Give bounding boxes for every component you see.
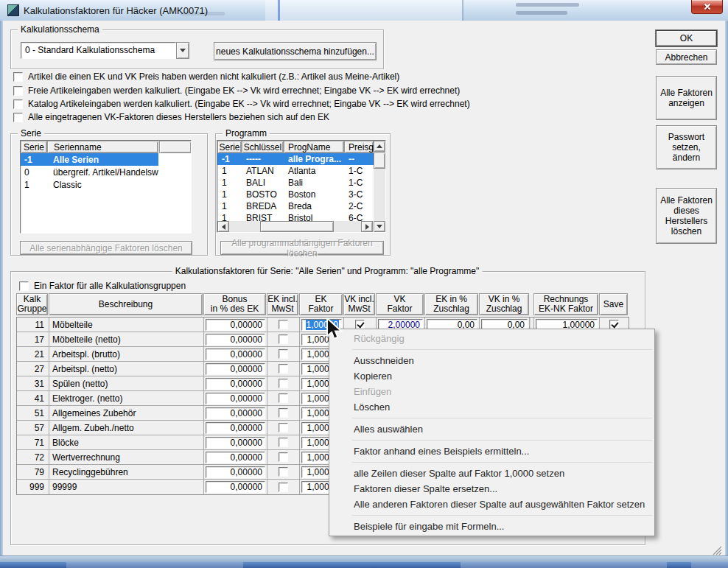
resize-grip[interactable] xyxy=(710,544,722,555)
checkbox[interactable] xyxy=(13,113,23,122)
factor-input[interactable]: 0,00000 xyxy=(206,466,265,478)
list-item[interactable]: 1BRISTBristol6-C xyxy=(217,212,385,221)
factor-input[interactable]: 0,00000 xyxy=(206,407,265,419)
factor-input[interactable]: 0,00000 xyxy=(206,422,265,434)
menu-item[interactable]: Faktoren dieser Spalte ersetzen... xyxy=(329,481,654,497)
checkbox[interactable] xyxy=(279,334,288,344)
factor-input[interactable]: 0,00000 xyxy=(206,437,265,449)
list-item[interactable]: 1ATLANAtlanta1-C xyxy=(217,165,385,177)
factors-column-header[interactable]: EK Faktor xyxy=(299,293,343,315)
factors-column-header[interactable]: EK in % Zuschlag xyxy=(424,293,478,315)
list-item[interactable]: -1Alle Serien xyxy=(21,153,158,166)
taskbar-item[interactable] xyxy=(66,562,243,568)
scroll-right-icon[interactable] xyxy=(361,221,373,232)
taskbar-item[interactable] xyxy=(461,562,667,568)
factor-input[interactable]: 0,00000 xyxy=(206,348,265,360)
factors-column-header[interactable]: Rechnungs EK-NK Faktor xyxy=(533,293,598,315)
add-schema-button[interactable]: neues Kalkulationsschema hinzufügen... xyxy=(214,42,377,60)
close-button[interactable] xyxy=(691,0,723,14)
delete-programm-factors-button[interactable]: Alle programmabhängigen Faktoren löschen xyxy=(220,241,384,255)
schema-combobox[interactable]: 0 - Standard Kalkulationsschema xyxy=(21,42,189,59)
delete-serie-factors-button[interactable]: Alle serienabhängige Faktoren löschen xyxy=(20,241,192,255)
checkbox[interactable] xyxy=(279,320,288,329)
scroll-left-icon[interactable] xyxy=(217,221,229,232)
factors-column-header[interactable]: EK incl. MwSt xyxy=(267,293,298,315)
checkbox[interactable] xyxy=(279,483,288,492)
programm-column-header[interactable]: ProgName xyxy=(284,141,344,153)
factor-input[interactable]: 0,00000 xyxy=(206,452,265,463)
programm-cell: BOSTO xyxy=(242,189,284,200)
factors-column-header[interactable]: Save xyxy=(599,293,628,315)
checkbox[interactable] xyxy=(279,452,288,462)
option-row[interactable]: Alle eingetragenen VK-Faktoren dieses He… xyxy=(13,112,329,122)
factors-column-header[interactable]: Kalk Gruppe xyxy=(16,293,48,315)
programm-column-header[interactable]: Preisg xyxy=(344,141,374,153)
checkbox[interactable] xyxy=(279,438,288,447)
list-item[interactable]: 1BALIBali1-C xyxy=(217,177,385,189)
factors-cell-ek_incl xyxy=(267,421,300,435)
factor-input[interactable]: 0,00000 xyxy=(206,481,265,493)
checkbox[interactable] xyxy=(279,364,288,374)
vertical-scrollbar[interactable] xyxy=(374,141,385,232)
factors-column-header[interactable]: VK in % Zuschlag xyxy=(479,293,529,315)
factors-column-header[interactable]: Beschreibung xyxy=(49,293,203,315)
programm-column-header[interactable]: Schlüssel xyxy=(242,141,284,153)
list-item[interactable]: -1-----alle Progra...-- xyxy=(217,153,385,165)
factors-column-header[interactable]: VK Faktor xyxy=(376,293,424,315)
factors-column-header[interactable]: Bonus in % des EK xyxy=(203,293,266,315)
menu-item[interactable]: Löschen xyxy=(329,399,654,415)
factor-input[interactable]: 0,00000 xyxy=(206,319,265,331)
serie-list[interactable]: SerieSerienname -1Alle Serien0übergreif.… xyxy=(20,140,192,234)
checkbox[interactable] xyxy=(279,408,288,418)
password-button[interactable]: Passwort setzen, ändern xyxy=(656,125,717,169)
checkbox[interactable] xyxy=(19,281,29,291)
option-row[interactable]: Katalog Artikeleingaben werden kalkulier… xyxy=(13,99,470,109)
option-row[interactable]: Freie Artikeleingaben werden kalkuliert.… xyxy=(13,85,460,96)
scrollbar-thumb[interactable] xyxy=(260,221,334,232)
scrollbar-thumb[interactable] xyxy=(374,152,385,169)
background-glass-text xyxy=(516,11,567,15)
menu-item[interactable]: Ausschneiden xyxy=(329,353,654,368)
one-factor-row[interactable]: Ein Faktor für alle Kalkulationsgruppen xyxy=(19,281,186,291)
factor-input[interactable]: 0,00000 xyxy=(206,393,265,404)
factors-cell-ek_incl xyxy=(267,406,300,420)
list-item[interactable]: 1Classic xyxy=(21,178,158,191)
checkbox[interactable] xyxy=(279,393,288,403)
factors-cell-bonus: 0,00000 xyxy=(204,318,267,332)
programm-column-header[interactable]: Serie xyxy=(217,141,242,153)
list-item[interactable]: 0übergreif. Artikel/Handelsware xyxy=(21,166,158,178)
factor-input[interactable]: 0,00000 xyxy=(206,363,265,375)
checkbox[interactable] xyxy=(13,86,23,96)
checkbox[interactable] xyxy=(13,72,23,82)
delete-all-factors-button[interactable]: Alle Faktoren dieses Herstellers löschen xyxy=(656,188,717,244)
checkbox[interactable] xyxy=(279,379,288,388)
programm-list[interactable]: SerieSchlüsselProgNamePreisg -1-----alle… xyxy=(217,140,386,233)
scroll-down-icon[interactable] xyxy=(374,221,385,232)
menu-item[interactable]: Faktor anhand eines Beispiels ermitteln.… xyxy=(329,443,654,459)
horizontal-scrollbar[interactable] xyxy=(217,221,373,232)
ok-button[interactable]: OK xyxy=(656,30,717,46)
menu-item[interactable]: Alles auswählen xyxy=(329,421,654,437)
option-row[interactable]: Artikel die einen EK und VK Preis haben … xyxy=(13,71,399,82)
serie-column-header[interactable]: Serie xyxy=(21,141,47,153)
factor-input[interactable]: 0,00000 xyxy=(206,378,265,390)
serie-column-header[interactable]: Serienname xyxy=(47,141,158,153)
checkbox[interactable] xyxy=(279,349,288,359)
taskbar-tray[interactable] xyxy=(691,562,728,568)
cancel-button[interactable]: Abbrechen xyxy=(656,49,717,65)
menu-item[interactable]: Beispiele für eingabe mit Formeln... xyxy=(329,519,654,534)
chevron-down-icon[interactable] xyxy=(176,42,189,59)
checkbox[interactable] xyxy=(13,99,23,109)
menu-item[interactable]: Alle anderen Faktoren dieser Spalte auf … xyxy=(329,497,654,512)
list-item[interactable]: 1BREDABreda2-C xyxy=(217,200,385,212)
factors-cell-beschreibung: Blöcke xyxy=(49,435,204,449)
show-all-factors-button[interactable]: Alle Faktoren anzeigen xyxy=(656,76,717,120)
checkbox[interactable] xyxy=(279,423,288,432)
scroll-up-icon[interactable] xyxy=(374,141,385,152)
factors-column-header[interactable]: VK incl. MwSt xyxy=(343,293,375,315)
menu-item[interactable]: alle Zeilen dieser Spalte auf Faktor 1,0… xyxy=(329,466,654,481)
list-item[interactable]: 1BOSTOBoston3-C xyxy=(217,189,385,200)
menu-item[interactable]: Kopieren xyxy=(329,368,654,384)
factor-input[interactable]: 0,00000 xyxy=(206,334,265,346)
checkbox[interactable] xyxy=(279,467,288,477)
